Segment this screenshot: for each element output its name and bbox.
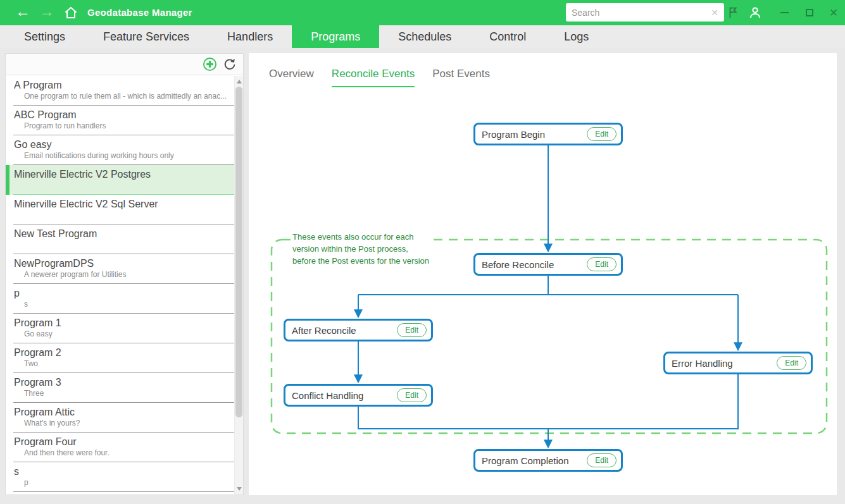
list-item-title: New Test Program xyxy=(14,228,229,240)
edit-button-error-handling[interactable]: Edit xyxy=(777,356,806,370)
flag-icon[interactable] xyxy=(727,6,741,22)
list-item-title: NewProgramDPS xyxy=(14,258,229,269)
list-item-title: Go easy xyxy=(14,139,229,151)
list-item-subtitle: A newerer program for Utilities xyxy=(24,270,229,279)
list-item-subtitle: Three xyxy=(24,389,229,398)
edit-button-program-completion[interactable]: Edit xyxy=(587,453,617,467)
tab-settings[interactable]: Settings xyxy=(5,25,84,48)
list-item[interactable]: s p xyxy=(6,462,234,492)
scrollbar-up-icon[interactable] xyxy=(237,80,242,83)
tab-handlers[interactable]: Handlers xyxy=(208,25,292,48)
list-item[interactable]: Minerville Electric V2 Sql Server xyxy=(6,195,234,224)
list-item-title: Program Attic xyxy=(14,407,229,418)
list-item[interactable]: NewProgramDPS A newerer program for Util… xyxy=(6,254,234,284)
list-item[interactable]: A Program One program to rule them all -… xyxy=(6,76,234,106)
edit-button-after-reconcile[interactable]: Edit xyxy=(397,323,427,337)
list-item[interactable]: ABC Program Program to run handlers xyxy=(6,106,234,135)
list-item[interactable]: p s xyxy=(6,284,234,314)
node-conflict-handling: Conflict Handling Edit xyxy=(284,384,433,407)
node-error-handling: Error Handling Edit xyxy=(663,352,813,374)
node-after-reconcile: After Reconcile Edit xyxy=(284,319,433,341)
list-item-selected[interactable]: Minerville Electric V2 Postgres xyxy=(6,165,234,195)
program-list-toolbar xyxy=(6,54,243,75)
list-item-title: Program 3 xyxy=(14,377,229,388)
title-bar: ← → Geodatabase Manager ✕ ✕ xyxy=(0,0,845,25)
edit-button-before-reconcile[interactable]: Edit xyxy=(587,257,617,271)
search-input[interactable] xyxy=(572,8,705,18)
list-item-title: Program 2 xyxy=(14,347,229,359)
node-program-completion: Program Completion Edit xyxy=(473,449,623,472)
minimize-icon xyxy=(780,12,789,13)
list-item[interactable]: Program 3 Three xyxy=(6,373,234,403)
tab-programs[interactable]: Programs xyxy=(292,25,379,48)
list-item-subtitle: And then there were four. xyxy=(24,448,229,457)
list-item-subtitle: p xyxy=(24,478,229,487)
list-item-subtitle: s xyxy=(24,300,229,309)
list-item-title: p xyxy=(14,288,229,299)
list-item-subtitle: Program to run handlers xyxy=(24,121,229,130)
search-clear-icon[interactable]: ✕ xyxy=(711,8,718,18)
list-item-title: A Program xyxy=(14,80,229,91)
forward-arrow-icon: → xyxy=(39,3,54,20)
add-program-button[interactable] xyxy=(203,57,217,71)
node-label: Error Handling xyxy=(672,358,733,369)
node-label: Conflict Handling xyxy=(292,390,363,401)
node-label: Program Completion xyxy=(482,455,569,466)
tab-feature-services[interactable]: Feature Services xyxy=(84,25,208,48)
refresh-button[interactable] xyxy=(223,58,237,71)
list-item[interactable]: Program Attic What's in yours? xyxy=(6,403,234,433)
close-button[interactable]: ✕ xyxy=(823,0,844,25)
search-box: ✕ xyxy=(566,3,724,22)
divider xyxy=(13,491,234,492)
minimize-button[interactable] xyxy=(773,0,795,25)
node-label: Before Reconcile xyxy=(482,259,554,270)
list-item[interactable]: Program Four And then there were four. xyxy=(6,433,234,462)
list-scrollbar[interactable] xyxy=(234,76,243,495)
program-list-panel: A Program One program to rule them all -… xyxy=(5,53,244,495)
list-item-title: s xyxy=(14,466,229,477)
list-item-title: Program 1 xyxy=(14,317,229,329)
maximize-icon xyxy=(806,9,813,16)
edit-button-conflict-handling[interactable]: Edit xyxy=(397,388,427,402)
home-icon[interactable] xyxy=(63,5,78,23)
list-item[interactable]: Program 2 Two xyxy=(6,343,234,373)
list-item-title: Minerville Electric V2 Postgres xyxy=(14,169,229,180)
node-label: After Reconcile xyxy=(292,325,356,336)
node-label: Program Begin xyxy=(482,129,545,140)
list-item-subtitle: One program to rule them all - which is … xyxy=(24,92,229,101)
tab-logs[interactable]: Logs xyxy=(545,25,608,48)
program-list: A Program One program to rule them all -… xyxy=(6,76,234,495)
list-item[interactable]: Program 1 Go easy xyxy=(6,314,234,343)
list-item-title: ABC Program xyxy=(14,109,229,121)
back-arrow-icon[interactable]: ← xyxy=(15,3,30,20)
list-item-subtitle: Go easy xyxy=(24,329,229,338)
list-item-subtitle: Two xyxy=(24,359,229,368)
node-before-reconcile: Before Reconcile Edit xyxy=(473,253,623,276)
list-item[interactable]: New Test Program xyxy=(6,224,234,254)
list-item-title: Program Four xyxy=(14,436,229,448)
node-program-begin: Program Begin Edit xyxy=(473,123,623,145)
tab-schedules[interactable]: Schedules xyxy=(379,25,470,48)
scrollbar-thumb[interactable] xyxy=(235,87,242,417)
list-item-subtitle: Email notifications during working hours… xyxy=(24,151,229,160)
app-title: Geodatabase Manager xyxy=(87,7,192,18)
tab-control[interactable]: Control xyxy=(470,25,545,48)
version-events-annotation: These events also occur for each version… xyxy=(291,230,434,268)
edit-button-program-begin[interactable]: Edit xyxy=(587,127,617,141)
user-icon[interactable] xyxy=(748,5,763,23)
list-item-subtitle: What's in yours? xyxy=(24,419,229,427)
scrollbar-down-icon[interactable] xyxy=(237,487,242,491)
maximize-button[interactable] xyxy=(799,0,820,25)
list-item[interactable]: Go easy Email notifications during worki… xyxy=(6,135,234,165)
program-detail-panel: Overview Reconcile Events Post Events Th… xyxy=(249,53,837,495)
main-tab-bar: Settings Feature Services Handlers Progr… xyxy=(0,25,845,48)
list-item-title: Minerville Electric V2 Sql Server xyxy=(14,199,229,210)
